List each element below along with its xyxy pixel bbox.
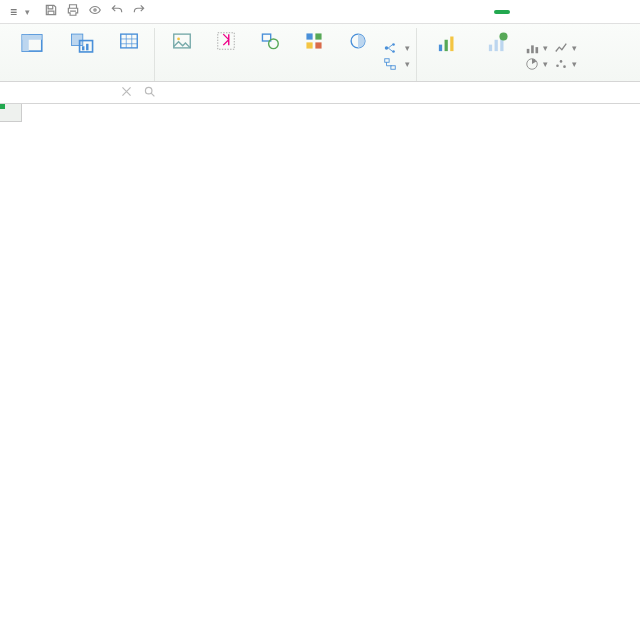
flowchart-button[interactable]: ▾: [383, 57, 410, 71]
online-chart-button[interactable]: [475, 28, 519, 81]
pivot-table-button[interactable]: [10, 28, 54, 81]
svg-rect-30: [450, 37, 453, 52]
chart-type-4[interactable]: ▾: [554, 57, 577, 71]
svg-rect-29: [445, 40, 448, 51]
formula-bar-icons: [110, 85, 176, 101]
svg-point-17: [269, 39, 279, 49]
search-icon[interactable]: [143, 85, 156, 101]
select-all-corner[interactable]: [0, 104, 22, 122]
ribbon-group-charts: ▾ ▾ ▾ ▾: [419, 28, 583, 81]
svg-point-0: [94, 9, 96, 11]
preview-icon[interactable]: [88, 3, 102, 20]
smartart-button[interactable]: [339, 28, 377, 81]
svg-rect-37: [536, 47, 539, 53]
svg-rect-18: [306, 33, 312, 39]
svg-rect-20: [306, 42, 312, 48]
save-icon[interactable]: [44, 3, 58, 20]
svg-rect-32: [495, 40, 498, 51]
ribbon-tabs: [476, 0, 636, 23]
svg-point-38: [556, 64, 559, 67]
chevron-down-icon: ▾: [25, 7, 30, 17]
table-button[interactable]: [110, 28, 148, 81]
svg-rect-27: [391, 65, 395, 69]
chart-type-1[interactable]: ▾: [525, 41, 548, 55]
svg-point-40: [563, 65, 566, 68]
svg-rect-7: [86, 44, 88, 51]
redo-icon[interactable]: [132, 3, 146, 20]
shapes-button[interactable]: [251, 28, 289, 81]
picture-button[interactable]: [163, 28, 201, 81]
svg-rect-15: [218, 33, 235, 50]
quick-access-toolbar: [44, 3, 146, 20]
icons-button[interactable]: [295, 28, 333, 81]
tab-insert[interactable]: [494, 10, 510, 14]
ribbon-group-pivot: [4, 28, 155, 81]
chart-type-2[interactable]: ▾: [525, 57, 548, 71]
chart-types-stack: ▾ ▾: [525, 28, 548, 81]
svg-rect-35: [527, 48, 530, 52]
svg-rect-28: [439, 45, 442, 52]
svg-rect-26: [385, 58, 389, 62]
undo-icon[interactable]: [110, 3, 124, 20]
title-bar: ≡ ▾: [0, 0, 640, 24]
print-icon[interactable]: [66, 3, 80, 20]
svg-rect-8: [121, 34, 138, 48]
svg-rect-21: [315, 42, 321, 48]
ribbon-group-illustrations: ▾ ▾: [157, 28, 417, 81]
file-menu[interactable]: ≡ ▾: [4, 5, 36, 19]
mindmap-button[interactable]: ▾: [383, 41, 410, 55]
svg-rect-3: [22, 35, 42, 40]
svg-rect-19: [315, 33, 321, 39]
ribbon: ▾ ▾ ▾ ▾ ▾ ▾: [0, 24, 640, 82]
screenshot-button[interactable]: [207, 28, 245, 81]
svg-point-14: [177, 38, 180, 41]
svg-point-41: [145, 87, 152, 94]
svg-rect-36: [531, 45, 534, 53]
menu-icon: ≡: [10, 5, 17, 19]
svg-rect-6: [82, 46, 84, 50]
formula-bar: [0, 82, 640, 104]
all-charts-button[interactable]: [425, 28, 469, 81]
svg-point-39: [560, 60, 563, 63]
pivot-chart-button[interactable]: [60, 28, 104, 81]
worksheet[interactable]: [0, 104, 640, 644]
ribbon-stack-diagrams: ▾ ▾: [383, 28, 410, 81]
svg-point-34: [499, 32, 507, 40]
chart-types-stack2: ▾ ▾: [554, 28, 577, 81]
svg-point-23: [385, 46, 389, 50]
chart-type-3[interactable]: ▾: [554, 41, 577, 55]
cancel-icon[interactable]: [120, 85, 133, 101]
svg-rect-31: [489, 45, 492, 52]
